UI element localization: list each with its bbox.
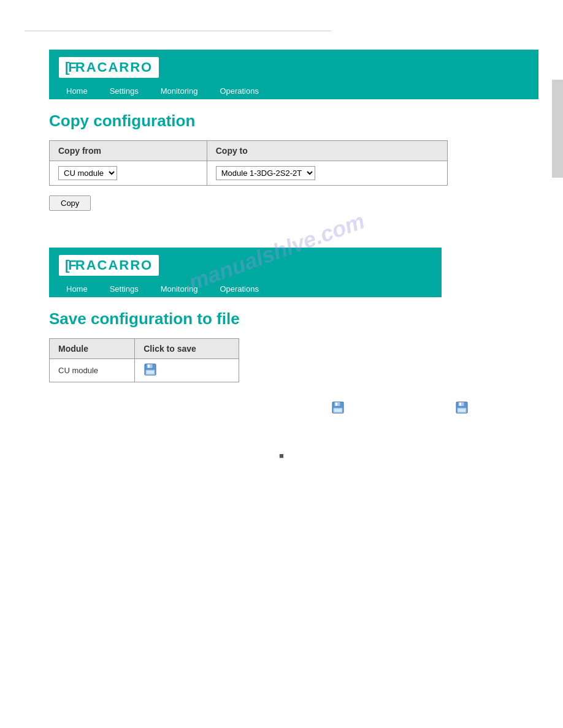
svg-rect-14: [458, 409, 465, 412]
copy-to-header: Copy to: [207, 141, 447, 161]
navbar-1: [F RACARRO Home Settings Monitoring Oper…: [49, 50, 538, 99]
logo-bracket-2: [F: [65, 257, 75, 273]
svg-rect-2: [148, 365, 150, 368]
logo-text-2: RACARRO: [75, 257, 153, 273]
section-copy-config: [F RACARRO Home Settings Monitoring Oper…: [49, 50, 538, 211]
module-cell: CU module: [50, 359, 135, 382]
module-header: Module: [50, 339, 135, 359]
save-config-title: Save configuration to file: [49, 309, 538, 328]
copy-button[interactable]: Copy: [49, 195, 91, 211]
copy-to-cell: Module 1-3DG-2S2-2T: [207, 161, 447, 186]
save-config-row: CU module: [50, 359, 239, 382]
svg-rect-7: [335, 403, 337, 406]
floppy-icon-left[interactable]: [331, 401, 345, 414]
svg-rect-9: [334, 409, 342, 412]
copy-from-select[interactable]: CU module: [58, 166, 117, 180]
save-config-table: Module Click to save CU module: [49, 338, 239, 382]
bottom-icons-area: [331, 401, 538, 414]
page-number: ■: [0, 451, 563, 460]
logo-box-1: [F RACARRO: [59, 57, 159, 78]
logo-text-1: RACARRO: [75, 59, 153, 75]
navbar-logo-area-2: [F RACARRO: [49, 248, 442, 281]
navbar-logo-area-1: [F RACARRO: [49, 50, 538, 83]
svg-rect-4: [147, 371, 154, 374]
floppy-icon-right[interactable]: [455, 401, 469, 414]
logo-box-2: [F RACARRO: [59, 255, 159, 276]
nav-settings-2[interactable]: Settings: [99, 281, 150, 297]
copy-config-table: Copy from Copy to CU module Module 1-3DG…: [49, 140, 448, 186]
scrollbar[interactable]: [552, 80, 563, 178]
copy-to-select[interactable]: Module 1-3DG-2S2-2T: [216, 166, 315, 180]
nav-monitoring-2[interactable]: Monitoring: [150, 281, 209, 297]
copy-config-title: Copy configuration: [49, 112, 538, 131]
nav-home-1[interactable]: Home: [55, 83, 99, 99]
copy-from-cell: CU module: [50, 161, 207, 186]
navbar-2: [F RACARRO Home Settings Monitoring Oper…: [49, 248, 442, 297]
top-divider: [25, 31, 331, 31]
logo-bracket-1: [F: [65, 59, 75, 75]
nav-home-2[interactable]: Home: [55, 281, 99, 297]
navbar-menu-1: Home Settings Monitoring Operations: [49, 83, 538, 99]
nav-monitoring-1[interactable]: Monitoring: [150, 83, 209, 99]
click-to-save-header: Click to save: [135, 339, 239, 359]
nav-settings-1[interactable]: Settings: [99, 83, 150, 99]
save-icon-cell[interactable]: [135, 359, 239, 382]
nav-operations-1[interactable]: Operations: [209, 83, 270, 99]
nav-operations-2[interactable]: Operations: [209, 281, 270, 297]
copy-config-row: CU module Module 1-3DG-2S2-2T: [50, 161, 448, 186]
svg-rect-12: [459, 403, 461, 406]
section-save-config: [F RACARRO Home Settings Monitoring Oper…: [49, 248, 538, 414]
copy-from-header: Copy from: [50, 141, 207, 161]
floppy-save-icon[interactable]: [144, 363, 157, 376]
navbar-menu-2: Home Settings Monitoring Operations: [49, 281, 442, 297]
